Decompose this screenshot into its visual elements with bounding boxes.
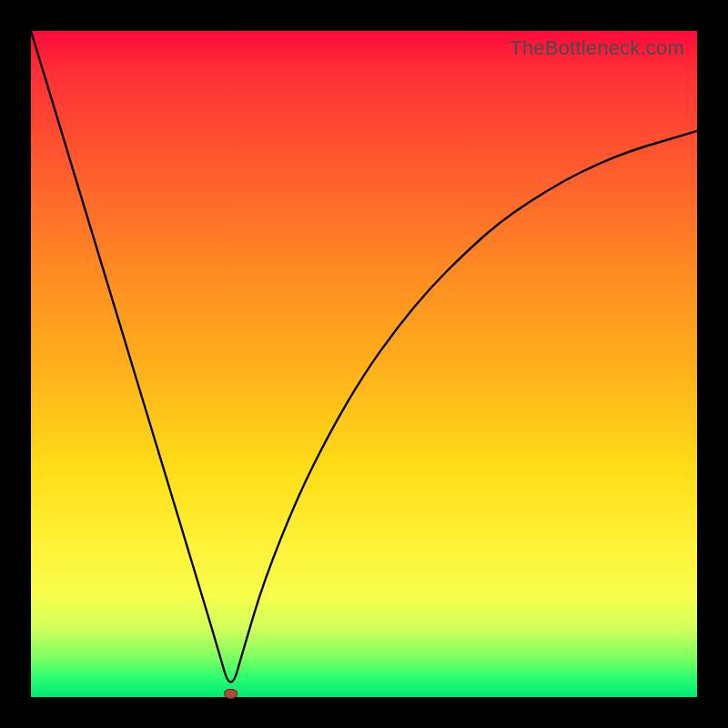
minimum-marker bbox=[225, 689, 238, 698]
curve-path bbox=[31, 31, 697, 682]
plot-area: TheBottleneck.com bbox=[31, 31, 697, 697]
bottleneck-curve bbox=[31, 31, 697, 697]
chart-frame: TheBottleneck.com bbox=[0, 0, 728, 728]
